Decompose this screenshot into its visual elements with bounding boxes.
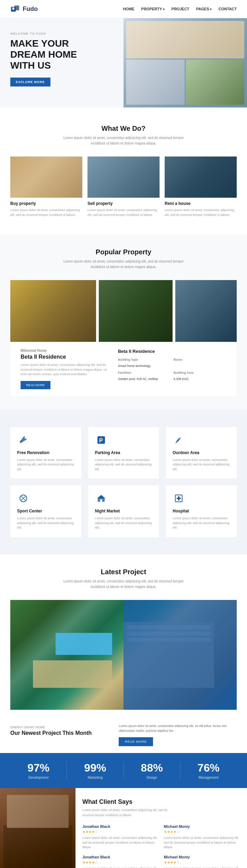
reviewer-name-0: Jonathan Black: [82, 824, 159, 829]
testimonial-card-1: Michael Monty ★★★★☆ Lorem ipsum dolor si…: [164, 824, 240, 850]
feature-night-market-desc: Lorem ipsum dolor sit amet, consectetur …: [95, 516, 152, 530]
reviewer-stars-2: ★★★★☆: [82, 860, 159, 864]
stat-management-value: 76%: [180, 762, 237, 774]
sell-property-card: Sell property Lorem ipsum dolor sit amet…: [87, 157, 160, 217]
rent-house-title: Rent a house: [165, 201, 237, 206]
project-image: [10, 600, 237, 710]
stat-management-label: Management: [180, 776, 237, 779]
project-left-info: Energy Smart Home Our Newest Project Thi…: [10, 724, 108, 737]
popular-property-title: Popular Property: [10, 248, 237, 256]
popular-property-desc: Lorem ipsum dolor sit amet, consectetur …: [58, 259, 189, 270]
property-name: Beta II Residence: [21, 354, 111, 360]
navbar: Fudo HOME PROPERTY PROJECT PAGES CONTACT: [0, 0, 247, 18]
spec-building-type: Building Type Smart home technology: [118, 358, 171, 368]
stat-development: 97% Development: [10, 762, 67, 779]
feature-outdoor-area: Ourdoor Area Lorem ipsum dolor sit amet,…: [166, 427, 237, 479]
testimonials-grid: Jonathan Black ★★★★☆ Lorem ipsum dolor s…: [82, 824, 240, 868]
buy-property-title: Buy property: [10, 201, 82, 206]
svg-rect-2: [12, 8, 14, 10]
feature-hospital-title: Hospital: [173, 509, 230, 513]
what-we-do-section: What We Do? Lorem ipsum dolor sit amet, …: [0, 107, 247, 234]
property-gallery: [10, 280, 237, 342]
spec-room: Room: [174, 358, 226, 368]
latest-project-title: Latest Project: [10, 568, 237, 576]
reviewer-name-1: Michael Monty: [164, 824, 240, 829]
reviewer-text-1: Lorem ipsum dolor sit amet, consectetur …: [164, 836, 240, 850]
rent-house-card: Rent a house Lorem ipsum dolor sit amet,…: [165, 157, 237, 217]
svg-rect-9: [100, 499, 102, 502]
gallery-image-3: [175, 280, 237, 342]
stat-design-value: 88%: [124, 762, 180, 774]
stat-marketing-label: Marketing: [67, 776, 123, 779]
rent-house-text: Lorem ipsum dolor sit amet, consectetur …: [165, 208, 237, 217]
spec-building-area: Building Area 3,338 (m2): [174, 371, 226, 381]
spec-building-type-value: Smart home technology: [118, 364, 151, 368]
spec-facilities-value: Garden pool, Full AC, rooftop: [118, 377, 158, 381]
hero-welcome: WELCOME TO FUDO: [10, 32, 86, 35]
feature-hospital-desc: Lorem ipsum dolor sit amet, consectetur …: [173, 516, 230, 530]
nav-home[interactable]: HOME: [123, 7, 134, 11]
service-cards: Buy property Lorem ipsum dolor sit amet,…: [10, 157, 237, 217]
nav-pages[interactable]: PAGES: [196, 7, 212, 11]
testimonial-card-3: Michael Monty ★★★★☆ Lorem ipsum dolor si…: [164, 855, 240, 868]
feature-night-market-title: Night Market: [95, 509, 152, 513]
feature-free-renovation: Free Renovation Lorem ipsum dolor sit am…: [10, 427, 81, 479]
reviewer-stars-1: ★★★★☆: [164, 830, 240, 834]
spec-room-label: Room: [174, 358, 226, 361]
feature-sport-center-title: Sport Center: [17, 509, 74, 513]
testimonials-section: What Client Says Lorem ipsum dolor sit a…: [0, 788, 247, 868]
latest-project-section: Latest Project Lorem ipsum dolor sit ame…: [0, 554, 247, 753]
testimonials-desc: Lorem ipsum dolor sit amet, consectetur …: [82, 808, 178, 818]
feature-sport-center-desc: Lorem ipsum dolor sit amet, consectetur …: [17, 516, 74, 530]
testimonials-title: What Client Says: [82, 798, 240, 806]
explore-more-button[interactable]: EXPLORE MORE: [10, 78, 50, 86]
reviewer-name-3: Michael Monty: [164, 855, 240, 859]
stat-marketing-value: 99%: [67, 762, 123, 774]
hero-section: WELCOME TO FUDO MAKE YOUR DREAM HOME WIT…: [0, 18, 247, 107]
parking-icon: P: [95, 434, 107, 446]
spec-building-area-value: 3,338 (m2): [174, 377, 189, 381]
what-we-do-title: What We Do?: [10, 125, 237, 132]
reviewer-name-2: Jonathan Black: [82, 855, 159, 859]
popular-property-section: Popular Property Lorem ipsum dolor sit a…: [0, 234, 247, 410]
buy-property-text: Lorem ipsum dolor sit amet, consectetur …: [10, 208, 82, 217]
svg-rect-1: [14, 5, 19, 10]
rent-house-image: [165, 157, 237, 198]
logo-icon: [10, 4, 20, 14]
feature-free-renovation-title: Free Renovation: [17, 450, 74, 455]
spec-building-area-label: Building Area: [174, 371, 226, 374]
buy-property-image: [10, 157, 82, 198]
feature-parking-area: P Parking Area Lorem ipsum dolor sit ame…: [88, 427, 159, 479]
project-right-info: Lorem ipsum dolor sit amet, consectetur …: [119, 724, 237, 747]
project-read-more-button[interactable]: READ MORE: [119, 737, 153, 746]
testimonial-card-0: Jonathan Black ★★★★☆ Lorem ipsum dolor s…: [82, 824, 159, 850]
reviewer-text-0: Lorem ipsum dolor sit amet, consectetur …: [82, 836, 159, 850]
stat-design: 88% Design: [124, 762, 180, 779]
sell-property-image: [87, 157, 160, 198]
property-detail: Millennial Home Beta II Residence Lorem …: [10, 342, 237, 396]
feature-outdoor-area-title: Ourdoor Area: [173, 450, 230, 455]
feature-parking-area-desc: Lorem ipsum dolor sit amet, consectetur …: [95, 458, 152, 472]
hero-content: WELCOME TO FUDO MAKE YOUR DREAM HOME WIT…: [10, 32, 86, 86]
testimonial-card-2: Jonathan Black ★★★★☆ Lorem ipsum dolor s…: [82, 855, 159, 868]
reviewer-stars-0: ★★★★☆: [82, 830, 159, 834]
nav-contact[interactable]: CONTACT: [219, 7, 237, 11]
svg-marker-8: [97, 495, 105, 498]
latest-project-desc: Lorem ipsum dolor sit amet, consectetur …: [58, 579, 189, 590]
features-grid: Free Renovation Lorem ipsum dolor sit am…: [10, 427, 237, 537]
stat-management: 76% Management: [180, 762, 237, 779]
nav-project[interactable]: PROJECT: [172, 7, 189, 11]
testimonial-building-image: [0, 788, 75, 868]
logo[interactable]: Fudo: [10, 4, 38, 14]
nav-property[interactable]: PROPERTY: [141, 7, 165, 11]
reviewer-stars-3: ★★★★☆: [164, 860, 240, 864]
read-more-button[interactable]: READ MORE: [21, 381, 50, 389]
property-specs: Building Type Smart home technology Room…: [118, 358, 226, 381]
hero-title: MAKE YOUR DREAM HOME WITH US: [10, 38, 86, 71]
stat-development-label: Development: [10, 776, 67, 779]
features-section: Free Renovation Lorem ipsum dolor sit am…: [0, 410, 247, 554]
property-right: Beta II Residence Building Type Smart ho…: [118, 349, 226, 389]
market-icon: [95, 492, 107, 505]
project-description: Lorem ipsum dolor sit amet, consectetur …: [119, 724, 237, 733]
sell-property-title: Sell property: [87, 201, 160, 206]
